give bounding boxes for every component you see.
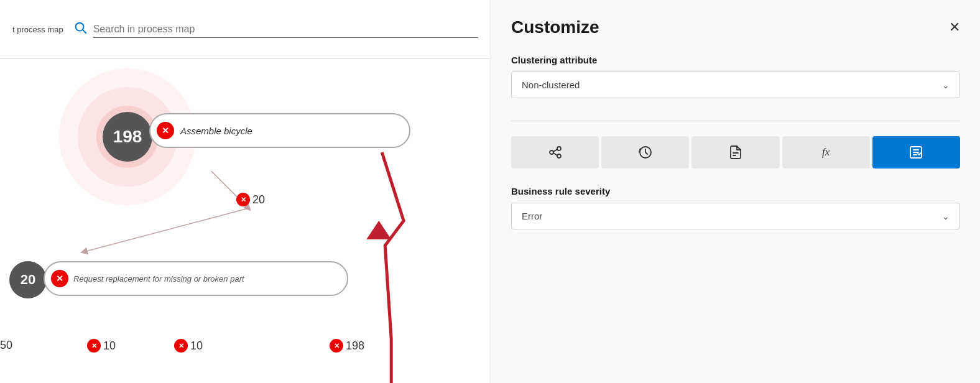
count-label-10a: ✕ 10 (87, 339, 116, 353)
search-icon (73, 21, 87, 38)
svg-point-9 (550, 150, 553, 154)
divider (511, 121, 960, 121)
error-badge-10a: ✕ (87, 339, 101, 353)
toolbar-btn-time[interactable] (601, 136, 689, 168)
svg-point-11 (557, 154, 561, 158)
pill-request-text: Request replacement for missing or broke… (73, 274, 244, 284)
svg-line-7 (84, 208, 249, 252)
fx-icon: fx (822, 146, 830, 159)
business-rule-chevron-icon: ⌄ (942, 211, 950, 221)
clustering-chevron-icon: ⌄ (942, 80, 950, 90)
map-background-svg (0, 59, 491, 383)
svg-line-12 (553, 149, 557, 152)
business-rule-section-label: Business rule severity (511, 186, 960, 196)
error-badge-10b: ✕ (174, 339, 188, 353)
map-canvas: 198 ✕ Assemble bicycle ✕ 20 20 ✕ Request… (0, 59, 491, 383)
search-bar: t process map (0, 0, 491, 59)
svg-line-1 (83, 30, 86, 33)
error-badge-mid: ✕ (236, 193, 250, 206)
close-button[interactable]: ✕ (949, 21, 960, 34)
customize-panel: Customize ✕ Clustering attribute Non-clu… (491, 0, 980, 383)
count-label-50: 50 (0, 339, 12, 352)
pill-assemble-text: Assemble bicycle (180, 126, 252, 136)
search-input[interactable] (93, 21, 478, 38)
node-20[interactable]: 20 (9, 261, 47, 298)
count-label-20-mid: ✕ 20 (236, 193, 265, 206)
svg-line-13 (553, 153, 557, 155)
toolbar-btn-flow[interactable] (511, 136, 599, 168)
search-prefix-text: t process map (12, 25, 63, 34)
svg-point-10 (557, 147, 561, 150)
error-badge-198b: ✕ (330, 339, 343, 353)
toolbar-btn-rule[interactable] (872, 136, 960, 168)
error-badge-assemble: ✕ (157, 122, 174, 139)
pill-assemble[interactable]: ✕ Assemble bicycle (149, 113, 410, 148)
error-badge-request: ✕ (51, 270, 68, 287)
clustering-selected-value: Non-clustered (522, 80, 580, 90)
pill-request[interactable]: ✕ Request replacement for missing or bro… (44, 261, 348, 296)
business-rule-dropdown[interactable]: Error ⌄ (511, 203, 960, 229)
document-icon (728, 145, 743, 160)
flow-icon (548, 145, 563, 160)
customize-header: Customize ✕ (511, 17, 960, 37)
rule-icon (908, 145, 923, 160)
count-label-198b: ✕ 198 (330, 339, 364, 353)
business-rule-selected-value: Error (522, 211, 542, 221)
process-map-panel: t process map (0, 0, 491, 383)
time-icon (638, 145, 653, 160)
toolbar-row: fx (511, 136, 960, 168)
toolbar-btn-fx[interactable]: fx (782, 136, 870, 168)
clustering-dropdown[interactable]: Non-clustered ⌄ (511, 72, 960, 98)
svg-marker-8 (366, 221, 391, 239)
customize-title: Customize (511, 17, 599, 37)
node-198[interactable]: 198 (103, 112, 152, 162)
count-label-10b: ✕ 10 (174, 339, 203, 353)
toolbar-btn-doc[interactable] (691, 136, 779, 168)
clustering-section-label: Clustering attribute (511, 55, 960, 65)
